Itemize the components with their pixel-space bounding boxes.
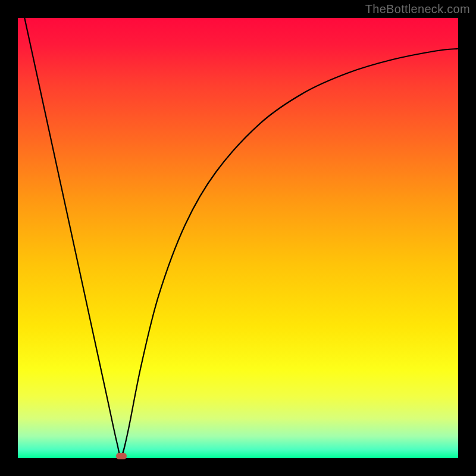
plot-area bbox=[18, 18, 458, 458]
curve-path bbox=[18, 18, 458, 456]
minimum-marker bbox=[116, 453, 127, 459]
attribution-text: TheBottleneck.com bbox=[365, 2, 470, 16]
curve-svg bbox=[18, 18, 458, 458]
chart-frame: TheBottleneck.com bbox=[0, 0, 476, 476]
